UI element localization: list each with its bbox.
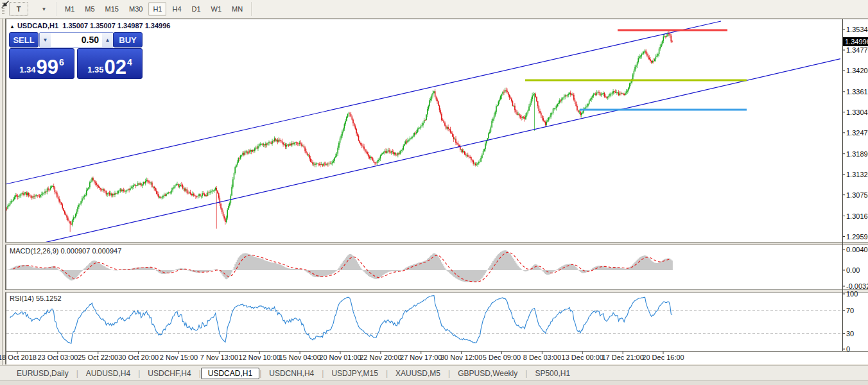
tab-sp500-h1[interactable]: SP500,H1: [527, 368, 578, 379]
tab-eurusd-daily[interactable]: EURUSD,Daily: [9, 368, 76, 379]
sell-button[interactable]: SELL: [9, 32, 39, 47]
macd-histogram: [7, 250, 673, 282]
time-axis-label: 20 Nov 01:00: [319, 354, 361, 361]
time-axis-label: 20 Dec 16:00: [642, 354, 684, 361]
buy-price-prefix: 1.35: [87, 65, 103, 74]
tab-usdchf-h4[interactable]: USDCHF,H4: [140, 368, 198, 379]
tab-gbpusd-weekly[interactable]: GBPUSD,Weekly: [450, 368, 525, 379]
time-axis-label: 7 Nov 13:00: [200, 354, 238, 361]
time-axis-label: 25 Oct 22:00: [78, 354, 118, 361]
time-axis-label: 13 Dec 00:00: [562, 354, 603, 361]
tab-usdcnh-h4[interactable]: USDCNH,H4: [261, 368, 322, 379]
time-axis-label: 18 Oct 2018: [0, 354, 37, 361]
time-axis-label: 8 Dec 03:00: [523, 354, 561, 361]
mt4-window: T ▼ M1M5M15M30H1H4D1W1MN ▲USDCAD,H1 1.35…: [0, 0, 868, 385]
tab-xauusd-m5[interactable]: XAUUSD,M5: [388, 368, 448, 379]
time-axis-label: 23 Oct 03:00: [37, 354, 78, 361]
time-axis-label: 22 Nov 20:00: [360, 354, 401, 361]
price-axis-label: 1.30750: [846, 191, 868, 199]
time-axis-label: 17 Dec 21:00: [602, 354, 643, 361]
macd-axis-label: 0.00: [846, 266, 860, 274]
time-axis-label: 12 Nov 10:00: [239, 354, 281, 361]
time-axis-label: 15 Nov 04:00: [279, 354, 320, 361]
one-click-trade-panel: SELL ▼ ▲ BUY 1.34 99 6 1.35 02 4: [9, 32, 143, 76]
time-axis-label: 30 Nov 12:00: [440, 354, 482, 361]
channel-lower: [44, 59, 840, 243]
time-axis-label: 5 Dec 09:00: [483, 354, 521, 361]
time-axis-label: 27 Nov 17:00: [400, 354, 442, 361]
buy-quote-button[interactable]: 1.35 02 4: [77, 48, 143, 79]
price-axis-label: 1.33615: [846, 88, 868, 96]
rsi-axis-label: 70: [846, 307, 854, 314]
macd-label: MACD(12,26,9) 0.000907 0.000947: [10, 247, 121, 255]
price-axis-label: 1.30165: [846, 212, 868, 220]
collapse-arrow-icon[interactable]: ▲: [10, 24, 15, 30]
current-price-tag: 1.34996: [843, 37, 868, 46]
tab-usdjpy-m15[interactable]: USDJPY,M15: [324, 368, 385, 379]
rsi-axis-label: 0: [846, 345, 850, 353]
sell-price-pip: 6: [59, 57, 64, 67]
price-axis-label: 1.33045: [846, 108, 868, 116]
time-axis-label: 2 Nov 15:00: [160, 354, 198, 361]
chart-title: ▲USDCAD,H1 1.35007 1.35007 1.34987 1.349…: [10, 22, 170, 30]
macd-axis-label: 0.004083: [846, 246, 868, 253]
tab-audusd-h4[interactable]: AUDUSD,H4: [78, 368, 138, 379]
volume-increase-button[interactable]: ▲: [102, 33, 113, 47]
volume-decrease-button[interactable]: ▼: [40, 33, 51, 47]
price-axis-label: 1.34770: [846, 46, 868, 54]
rsi-axis-label: 100: [846, 290, 858, 298]
rsi-line: [10, 296, 672, 344]
price-axis-label: 1.31890: [846, 150, 868, 158]
sell-quote-button[interactable]: 1.34 99 6: [9, 48, 74, 79]
price-axis-label: 1.32475: [846, 129, 868, 137]
status-strip: [0, 381, 868, 385]
price-axis-label: 1.34200: [846, 67, 868, 74]
rsi-label: RSI(14) 55.1252: [10, 295, 62, 302]
symbol-period-label: USDCAD,H1: [17, 22, 58, 30]
ohlc-values: 1.35007 1.35007 1.34987 1.34996: [62, 22, 170, 30]
sell-price-main: 99: [37, 58, 58, 76]
rsi-axis-label: 30: [846, 330, 854, 338]
time-axis-label: 30 Oct 20:00: [118, 354, 159, 361]
buy-price-pip: 4: [127, 57, 132, 67]
buy-button[interactable]: BUY: [113, 32, 143, 47]
chart-tab-bar: EURUSD,Daily|AUDUSD,H4|USDCHF,H4|USDCAD,…: [0, 365, 868, 381]
price-axis-label: 1.31320: [846, 171, 868, 178]
sell-price-prefix: 1.34: [19, 65, 35, 74]
macd-axis-label: -0.003262: [846, 282, 868, 290]
volume-input[interactable]: [51, 33, 102, 47]
price-axis-label: 1.29595: [846, 233, 868, 241]
volume-stepper: ▼ ▲: [39, 32, 114, 47]
price-axis-label: 1.35340: [846, 26, 868, 33]
buy-price-main: 02: [105, 58, 126, 76]
tab-usdcad-h1[interactable]: USDCAD,H1: [201, 368, 259, 379]
